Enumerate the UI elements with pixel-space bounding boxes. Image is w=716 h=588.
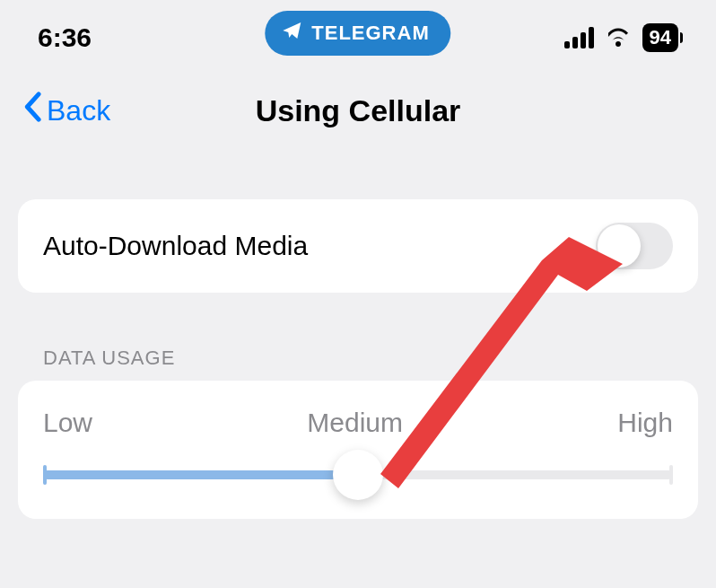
app-name: TELEGRAM — [311, 22, 429, 45]
battery-indicator: 94 — [642, 23, 678, 52]
slider-labels: Low Medium High — [43, 408, 673, 438]
slider-fill — [43, 470, 358, 479]
toggle-knob — [598, 224, 641, 268]
page-title: Using Cellular — [256, 93, 461, 128]
auto-download-label: Auto-Download Media — [43, 231, 308, 261]
back-button[interactable]: Back — [22, 92, 110, 129]
slider-label-medium: Medium — [307, 408, 403, 438]
slider-label-high: High — [617, 408, 673, 438]
slider-knob[interactable] — [333, 450, 383, 500]
paper-plane-icon — [281, 20, 302, 47]
auto-download-card: Auto-Download Media — [18, 199, 698, 293]
auto-download-row: Auto-Download Media — [18, 199, 698, 293]
chevron-left-icon — [22, 92, 43, 129]
auto-download-group: Auto-Download Media — [18, 199, 698, 293]
status-bar: 6:36 TELEGRAM 94 — [0, 0, 716, 65]
slider-tick-high — [669, 465, 673, 485]
app-badge: TELEGRAM — [265, 11, 450, 56]
data-usage-group: DATA USAGE Low Medium High — [18, 347, 698, 519]
slider-label-low: Low — [43, 408, 92, 438]
status-right: 94 — [564, 23, 678, 52]
navigation-bar: Back Using Cellular — [0, 65, 716, 145]
wifi-icon — [605, 25, 632, 50]
data-usage-slider[interactable] — [43, 470, 673, 479]
data-usage-header: DATA USAGE — [18, 347, 698, 381]
status-time: 6:36 — [38, 22, 92, 53]
auto-download-toggle[interactable] — [596, 223, 673, 269]
battery-level: 94 — [650, 26, 671, 48]
data-usage-card: Low Medium High — [18, 381, 698, 519]
back-label: Back — [47, 94, 110, 127]
cellular-signal-icon — [564, 27, 594, 48]
